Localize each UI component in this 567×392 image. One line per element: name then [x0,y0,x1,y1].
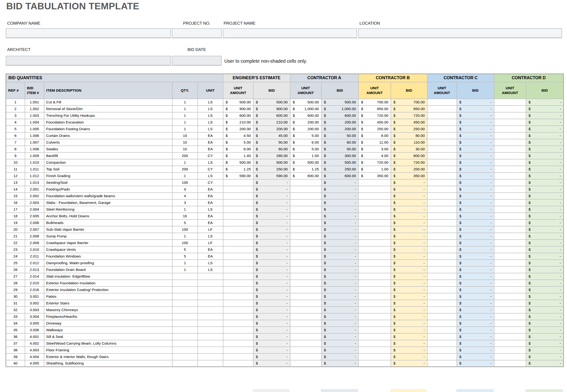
cell-description[interactable]: Fireplaces/Hearths [44,313,172,320]
cell-unit[interactable] [198,273,223,280]
cell-contractor-d-unit-amount[interactable] [494,99,526,106]
cell-engineers-estimate-unit-amount[interactable]: $500.00 [223,159,253,166]
project-name-input[interactable] [223,28,357,38]
cell-engineers-estimate-unit-amount[interactable] [223,253,253,260]
cell-unit[interactable]: LS [198,126,223,132]
cell-ref[interactable]: 24 [6,253,25,260]
cell-contractor-c-unit-amount[interactable] [427,280,457,286]
cell-engineers-estimate-unit-amount[interactable] [223,327,253,333]
cell-contractor-b-unit-amount[interactable] [358,206,391,213]
cell-unit[interactable]: CY [198,179,223,186]
cell-contractor-d-unit-amount[interactable] [494,186,526,193]
cell-contractor-a-unit-amount[interactable] [290,219,321,226]
cell-contractor-c-unit-amount[interactable] [427,239,457,246]
cell-item-no[interactable]: 2.003 [25,199,44,206]
cell-unit[interactable] [198,327,223,333]
cell-contractor-a-unit-amount[interactable] [290,246,321,253]
cell-ref[interactable]: 25 [6,260,25,266]
cell-description[interactable]: Backfill [44,153,172,159]
cell-contractor-d-unit-amount[interactable] [494,193,526,199]
cell-ref[interactable]: 5 [6,126,25,132]
cell-item-no[interactable]: 2.005 [25,213,44,219]
cell-contractor-c-unit-amount[interactable] [427,327,457,333]
cell-qty[interactable]: 200 [172,166,198,173]
cell-contractor-d-unit-amount[interactable] [494,126,526,132]
cell-description[interactable]: Crawlspace Vapor Barrier [44,239,172,246]
cell-unit[interactable] [198,340,223,347]
cell-contractor-a-unit-amount[interactable] [290,186,321,193]
cell-contractor-a-unit-amount[interactable] [290,239,321,246]
cell-engineers-estimate-unit-amount[interactable] [223,280,253,286]
cell-item-no[interactable]: 1.001 [25,99,44,106]
cell-contractor-d-unit-amount[interactable] [494,286,526,293]
cell-contractor-c-unit-amount[interactable] [427,186,457,193]
cell-qty[interactable]: 1 [172,112,198,119]
cell-unit[interactable]: LS [198,266,223,273]
cell-item-no[interactable]: 1.009 [25,153,44,159]
cell-ref[interactable]: 20 [6,226,25,233]
cell-item-no[interactable]: 1.010 [25,159,44,166]
cell-item-no[interactable]: 2.007 [25,226,44,233]
cell-qty[interactable]: 1 [172,106,198,112]
cell-qty[interactable]: 10 [172,132,198,139]
cell-ref[interactable]: 15 [6,193,25,199]
cell-contractor-c-unit-amount[interactable] [427,99,457,106]
cell-engineers-estimate-unit-amount[interactable] [223,239,253,246]
cell-description[interactable]: Compaction [44,159,172,166]
cell-qty[interactable]: 1 [172,159,198,166]
cell-description[interactable]: Exterior Foundation Insulation [44,280,172,286]
cell-contractor-d-unit-amount[interactable] [494,233,526,239]
cell-contractor-d-unit-amount[interactable] [494,206,526,213]
cell-contractor-b-unit-amount[interactable]: $1.00 [358,166,391,173]
cell-item-no[interactable]: 3.004 [25,313,44,320]
cell-description[interactable]: Masonry Chimneys [44,307,172,313]
cell-description[interactable]: Steel/Wood Carrying Beam, Lolly Columns [44,340,172,347]
cell-engineers-estimate-unit-amount[interactable] [223,273,253,280]
cell-ref[interactable]: 8 [6,146,25,153]
cell-engineers-estimate-unit-amount[interactable] [223,226,253,233]
cell-contractor-a-unit-amount[interactable] [290,266,321,273]
cell-qty[interactable] [172,313,198,320]
cell-contractor-a-unit-amount[interactable] [290,293,321,300]
cell-contractor-b-unit-amount[interactable] [358,239,391,246]
cell-contractor-c-unit-amount[interactable] [427,106,457,112]
cell-ref[interactable]: 34 [6,320,25,327]
cell-contractor-c-unit-amount[interactable] [427,260,457,266]
cell-contractor-c-unit-amount[interactable] [427,206,457,213]
cell-qty[interactable]: 1 [172,266,198,273]
cell-engineers-estimate-unit-amount[interactable] [223,266,253,273]
cell-ref[interactable]: 9 [6,153,25,159]
cell-contractor-d-unit-amount[interactable] [494,166,526,173]
cell-contractor-c-unit-amount[interactable] [427,286,457,293]
cell-contractor-c-unit-amount[interactable] [427,266,457,273]
cell-description[interactable]: Foundation Drain Board [44,266,172,273]
cell-description[interactable]: Footings/Pads [44,186,172,193]
cell-contractor-d-unit-amount[interactable] [494,199,526,206]
cell-unit[interactable] [198,313,223,320]
cell-contractor-b-unit-amount[interactable] [358,226,391,233]
cell-unit[interactable] [198,286,223,293]
cell-engineers-estimate-unit-amount[interactable] [223,307,253,313]
cell-contractor-d-unit-amount[interactable] [494,219,526,226]
cell-contractor-a-unit-amount[interactable] [290,233,321,239]
cell-qty[interactable]: 1 [172,119,198,126]
cell-item-no[interactable]: 2.011 [25,253,44,260]
cell-item-no[interactable]: 3.002 [25,300,44,307]
cell-unit[interactable] [198,280,223,286]
cell-contractor-b-unit-amount[interactable]: $11.00 [358,139,391,146]
cell-item-no[interactable]: 2.014 [25,273,44,280]
cell-contractor-b-unit-amount[interactable]: $850.00 [358,106,391,112]
cell-contractor-a-unit-amount[interactable] [290,213,321,219]
cell-contractor-c-unit-amount[interactable] [427,293,457,300]
cell-contractor-b-unit-amount[interactable] [358,360,391,367]
cell-contractor-d-unit-amount[interactable] [494,293,526,300]
cell-description[interactable]: Curtain Drains [44,132,172,139]
cell-contractor-c-unit-amount[interactable] [427,199,457,206]
cell-ref[interactable]: 35 [6,327,25,333]
cell-qty[interactable]: 100 [172,179,198,186]
cell-engineers-estimate-unit-amount[interactable]: $4.50 [223,132,253,139]
cell-ref[interactable]: 14 [6,186,25,193]
cell-qty[interactable] [172,340,198,347]
cell-qty[interactable] [172,320,198,327]
cell-contractor-a-unit-amount[interactable]: $200.00 [290,126,321,132]
